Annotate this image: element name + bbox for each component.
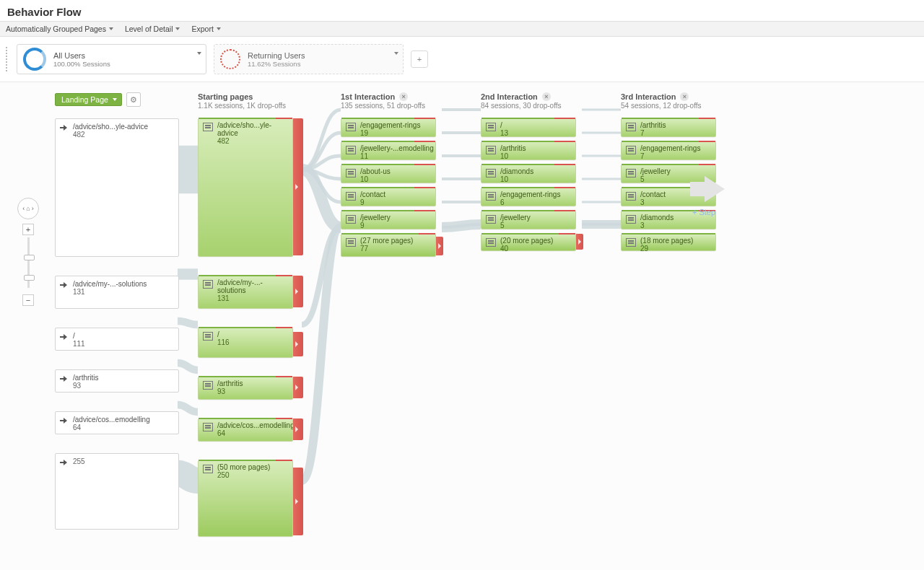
flow-canvas[interactable]: ‹ ⌂ › + − Landing Page⚙/advice/sho...yle…	[0, 82, 924, 570]
page-icon	[486, 146, 496, 154]
page-icon	[203, 381, 213, 390]
dropoff-bar	[293, 118, 303, 255]
page-icon	[346, 123, 356, 131]
page-icon	[203, 423, 213, 431]
column-title: 3rd Interaction ×	[621, 92, 715, 101]
more-pages-node[interactable]: (50 more pages)250	[198, 460, 293, 537]
source-node[interactable]: /advice/cos...emodelling64	[55, 411, 179, 434]
home-icon: ⌂	[26, 205, 30, 212]
chevron-down-icon	[113, 98, 117, 101]
page-icon	[626, 215, 636, 224]
add-segment-button[interactable]: +	[411, 51, 428, 68]
segment-bar: All Users100.00% Sessions Returning User…	[0, 37, 924, 82]
page-icon	[346, 238, 356, 247]
page-icon	[203, 332, 213, 341]
column-title: 2nd Interaction ×	[481, 92, 582, 101]
zoom-slider-handle[interactable]	[24, 255, 35, 260]
flow-node[interactable]: /advice/cos...emodelling64	[198, 418, 293, 442]
page-icon	[203, 123, 213, 131]
flow-node[interactable]: /arthritis93	[198, 377, 293, 400]
source-node[interactable]: /111	[55, 328, 179, 351]
page-icon	[486, 238, 496, 247]
dropoff-bar	[293, 377, 303, 398]
page-icon	[626, 123, 636, 131]
remove-column-button[interactable]: ×	[542, 92, 551, 101]
dropoff-bar	[293, 276, 303, 307]
flow-node[interactable]: /13	[481, 118, 576, 137]
zoom-slider-track[interactable]	[27, 237, 30, 288]
flow-node[interactable]: /jewellery9	[341, 211, 436, 229]
segment-ring-icon	[220, 49, 240, 69]
segment-ring-icon	[23, 48, 46, 71]
remove-column-button[interactable]: ×	[399, 92, 408, 101]
flow-node[interactable]: /contact9	[341, 188, 436, 206]
dropoff-bar	[436, 237, 443, 255]
segment-returning-users[interactable]: Returning Users11.62% Sessions	[214, 44, 404, 74]
enter-icon	[60, 124, 69, 131]
flow-node[interactable]: /diamonds10	[481, 165, 576, 183]
flow-node[interactable]: /about-us10	[341, 165, 436, 183]
enter-icon	[60, 459, 69, 466]
column-title: Starting pages	[198, 92, 302, 101]
nav-pan-control[interactable]: ‹ ⌂ ›	[17, 198, 39, 219]
dropoff-bar	[293, 332, 303, 356]
remove-column-button[interactable]: ×	[680, 92, 689, 101]
page-icon	[626, 238, 636, 247]
page-icon	[486, 215, 496, 224]
page-header: Behavior Flow	[0, 0, 924, 21]
page-title: Behavior Flow	[7, 6, 917, 18]
enter-icon	[60, 333, 69, 341]
column-subtitle: 84 sessions, 30 drop-offs	[481, 102, 582, 110]
toolbar: Automatically Grouped Pages Level of Det…	[0, 21, 924, 37]
source-node[interactable]: 255	[55, 453, 179, 530]
source-node[interactable]: /advice/my-...-solutions131	[55, 276, 179, 309]
flow-node[interactable]: /arthritis7	[621, 118, 716, 137]
more-pages-node[interactable]: (18 more pages)29	[621, 234, 716, 251]
toolbar-detail[interactable]: Level of Detail	[125, 25, 180, 33]
chevron-down-icon[interactable]	[394, 48, 398, 56]
flow-node[interactable]: /engagement-rings6	[481, 188, 576, 206]
chevron-down-icon[interactable]	[197, 48, 201, 56]
flow-node[interactable]: /arthritis10	[481, 141, 576, 160]
page-icon	[626, 192, 636, 201]
more-pages-node[interactable]: (20 more pages)40	[481, 234, 576, 251]
landing-page-dropdown[interactable]: Landing Page	[55, 93, 122, 106]
dropoff-bar	[293, 468, 303, 535]
page-icon	[626, 169, 636, 177]
flow-node[interactable]: /engagement-rings19	[341, 118, 436, 137]
zoom-slider-handle[interactable]	[24, 275, 35, 281]
chevron-down-icon	[217, 27, 221, 30]
enter-icon	[60, 281, 69, 289]
zoom-controls: ‹ ⌂ › + −	[17, 198, 39, 306]
toolbar-export[interactable]: Export	[191, 25, 220, 33]
page-icon	[346, 169, 356, 177]
page-icon	[346, 192, 356, 201]
page-icon	[626, 146, 636, 154]
flow-node[interactable]: /advice/sho...yle-advice482	[198, 118, 293, 257]
page-icon	[486, 123, 496, 131]
segment-all-users[interactable]: All Users100.00% Sessions	[17, 44, 206, 74]
flow-node[interactable]: /jewellery5	[481, 211, 576, 229]
add-step-button[interactable]: + Step	[686, 176, 722, 216]
enter-icon	[60, 375, 69, 382]
toolbar-grouping[interactable]: Automatically Grouped Pages	[6, 25, 113, 33]
dropoff-bar	[576, 234, 583, 250]
flow-node[interactable]: /engagement-rings7	[621, 141, 716, 160]
chevron-down-icon	[175, 27, 180, 30]
page-icon	[203, 280, 213, 289]
flow-node[interactable]: /jewellery-...emodelling11	[341, 141, 436, 160]
flow-node[interactable]: /116	[198, 328, 293, 358]
arrow-right-icon	[705, 176, 725, 202]
zoom-in-button[interactable]: +	[22, 224, 34, 235]
page-icon	[346, 146, 356, 154]
column-subtitle: 1.1K sessions, 1K drop-offs	[198, 102, 302, 110]
flow-node[interactable]: /advice/my-...-solutions131	[198, 276, 293, 309]
zoom-out-button[interactable]: −	[22, 294, 34, 306]
source-node[interactable]: /advice/sho...yle-advice482	[55, 118, 179, 257]
column-title: 1st Interaction ×	[341, 92, 442, 101]
page-icon	[203, 465, 213, 473]
source-node[interactable]: /arthritis93	[55, 369, 179, 393]
gear-icon[interactable]: ⚙	[126, 92, 141, 107]
more-pages-node[interactable]: (27 more pages)77	[341, 234, 436, 257]
page-icon	[346, 215, 356, 224]
